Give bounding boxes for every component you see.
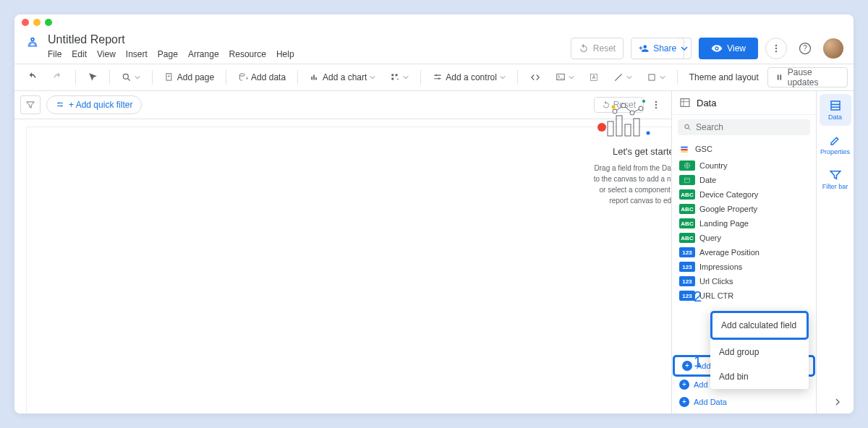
- view-button[interactable]: View: [699, 38, 758, 59]
- community-viz-button[interactable]: +: [384, 67, 414, 87]
- add-chart-button[interactable]: Add a chart: [304, 67, 381, 87]
- menu-arrange[interactable]: Arrange: [188, 49, 219, 59]
- text-button[interactable]: A: [583, 67, 605, 87]
- field-property[interactable]: ABCGoogle Property: [672, 202, 816, 216]
- menu-page[interactable]: Page: [158, 49, 178, 59]
- chart-illustration-icon: [592, 98, 657, 142]
- svg-rect-51: [681, 99, 689, 107]
- svg-point-2: [775, 45, 777, 46]
- chevron-right-icon: [832, 396, 843, 408]
- svg-rect-44: [616, 116, 622, 136]
- menu-file[interactable]: File: [48, 49, 61, 59]
- svg-point-35: [61, 106, 62, 107]
- field-query[interactable]: ABCQuery: [672, 231, 816, 245]
- add-control-button[interactable]: Add a control: [427, 67, 511, 87]
- tab-data[interactable]: Data: [820, 94, 851, 126]
- line-button[interactable]: [608, 67, 638, 87]
- redo-button[interactable]: [46, 67, 69, 87]
- sliders-icon: [433, 72, 443, 82]
- more-vert-icon: [771, 43, 781, 54]
- cursor-icon: [88, 72, 98, 82]
- report-canvas[interactable]: [26, 127, 671, 414]
- add-quick-filter-button[interactable]: + Add quick filter: [46, 95, 142, 114]
- menu-resource[interactable]: Resource: [229, 49, 266, 59]
- field-device[interactable]: ABCDevice Category: [672, 187, 816, 202]
- data-panel-header: Data: [672, 91, 816, 115]
- svg-point-23: [438, 78, 440, 80]
- svg-point-50: [639, 106, 643, 111]
- menu-view[interactable]: View: [97, 49, 116, 59]
- popup-add-group[interactable]: Add group: [710, 340, 809, 364]
- table-icon: [679, 97, 691, 108]
- add-data-button[interactable]: +Add data: [232, 67, 292, 87]
- number-type-icon: 123: [679, 276, 695, 286]
- field-date[interactable]: Date: [672, 173, 816, 187]
- undo-icon: [26, 72, 38, 83]
- field-landing[interactable]: ABCLanding Page: [672, 216, 816, 231]
- image-button[interactable]: [550, 67, 580, 87]
- filter-icon: [25, 100, 35, 110]
- close-window-icon[interactable]: [22, 19, 29, 26]
- svg-point-39: [642, 100, 645, 103]
- shape-button[interactable]: [641, 67, 671, 87]
- user-avatar[interactable]: [823, 38, 843, 59]
- svg-point-33: [59, 103, 60, 104]
- svg-rect-31: [780, 74, 781, 80]
- plus-circle-icon: +: [679, 397, 689, 407]
- add-data-link[interactable]: + Add Data: [672, 393, 816, 411]
- help-button[interactable]: ?: [794, 38, 816, 59]
- menu-edit[interactable]: Edit: [72, 49, 87, 59]
- tab-properties[interactable]: Properties: [820, 129, 851, 160]
- person-add-icon: [639, 43, 649, 54]
- zoom-button[interactable]: [116, 67, 146, 87]
- expand-panel-button[interactable]: [832, 396, 843, 408]
- tab-filter-bar[interactable]: Filter bar: [820, 163, 851, 195]
- embed-button[interactable]: [524, 67, 547, 87]
- menu-bar: File Edit View Insert Page Arrange Resou…: [48, 46, 294, 64]
- svg-line-8: [128, 79, 130, 81]
- plus-circle-icon: +: [679, 380, 689, 390]
- add-page-button[interactable]: +Add page: [158, 67, 220, 87]
- toolbar: +Add page +Add data Add a chart + Add a …: [14, 64, 854, 91]
- svg-rect-62: [831, 101, 840, 110]
- data-search-input[interactable]: [696, 122, 804, 132]
- popup-add-calculated-field[interactable]: Add calculated field: [712, 313, 807, 338]
- more-options-button[interactable]: [765, 38, 787, 59]
- field-clicks[interactable]: 123Url Clicks: [672, 274, 816, 288]
- filter-icon-button[interactable]: [20, 95, 41, 114]
- maximize-window-icon[interactable]: [45, 19, 52, 26]
- share-button[interactable]: Share: [631, 38, 684, 59]
- theme-layout-button[interactable]: Theme and layout: [684, 67, 765, 87]
- page-add-icon: +: [164, 72, 174, 82]
- app-header: Untitled Report File Edit View Insert Pa…: [14, 30, 854, 64]
- plus-circle-icon: +: [682, 361, 692, 371]
- popup-add-bin[interactable]: Add bin: [710, 364, 809, 389]
- svg-point-1: [32, 38, 33, 40]
- minimize-window-icon[interactable]: [33, 19, 41, 26]
- help-icon: ?: [798, 41, 812, 56]
- field-country[interactable]: Country: [672, 158, 816, 173]
- redo-icon: [52, 72, 64, 83]
- data-search-box[interactable]: [678, 119, 810, 135]
- share-dropdown-button[interactable]: [677, 38, 692, 59]
- svg-rect-57: [681, 149, 687, 150]
- select-tool-button[interactable]: [82, 67, 103, 87]
- menu-help[interactable]: Help: [276, 49, 294, 59]
- reset-button[interactable]: Reset: [571, 38, 624, 59]
- svg-point-48: [621, 103, 626, 108]
- svg-point-7: [123, 74, 128, 79]
- menu-insert[interactable]: Insert: [126, 49, 148, 59]
- text-type-icon: ABC: [679, 204, 695, 214]
- number-type-icon: 123: [679, 247, 695, 257]
- document-title[interactable]: Untitled Report: [48, 33, 294, 46]
- filter-bar: + Add quick filter Reset: [14, 91, 671, 119]
- field-impressions[interactable]: 123Impressions: [672, 260, 816, 274]
- undo-button[interactable]: [20, 67, 43, 87]
- datasource-row[interactable]: GSC: [672, 140, 816, 158]
- sliders-icon: [56, 100, 64, 109]
- pause-updates-button[interactable]: Pause updates: [767, 67, 848, 87]
- field-avgpos[interactable]: 123Average Position: [672, 245, 816, 260]
- svg-point-3: [775, 48, 777, 49]
- svg-point-21: [435, 74, 437, 76]
- app-window: Untitled Report File Edit View Insert Pa…: [14, 14, 854, 414]
